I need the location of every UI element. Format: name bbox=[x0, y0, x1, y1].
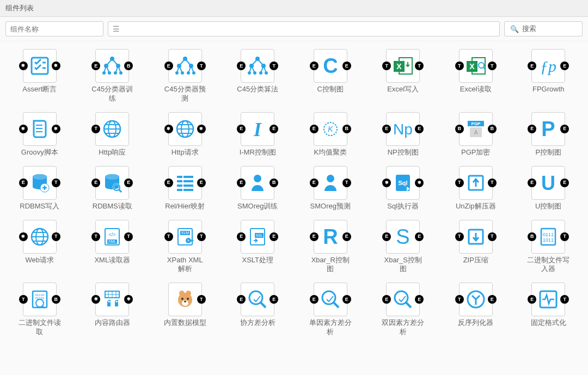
component-fixed-fmt[interactable]: ET固定格式化 bbox=[514, 282, 583, 337]
component-smoreg-t[interactable]: EBSMOreg训练 bbox=[224, 166, 292, 211]
component-sql-exec[interactable]: Sql执行器 bbox=[369, 166, 438, 211]
component-demo[interactable]: T内置数据模型 bbox=[151, 282, 219, 337]
component-xbar-r[interactable]: EEXbar_R控制图 bbox=[296, 220, 365, 274]
port-right: B bbox=[124, 62, 133, 70]
port-left bbox=[164, 125, 173, 133]
component-rdbms-read[interactable]: EERDBMS读取 bbox=[78, 166, 147, 211]
component-imr[interactable]: EEI-MR控制图 bbox=[224, 112, 292, 157]
component-deser[interactable]: TE反序列化器 bbox=[442, 282, 510, 337]
port-right: B bbox=[270, 179, 278, 187]
port-left: E bbox=[310, 179, 318, 187]
component-icon: TT bbox=[459, 49, 493, 83]
component-unzip[interactable]: TTUnZip解压器 bbox=[442, 166, 510, 211]
component-xpath[interactable]: TTXPath XML解析 bbox=[151, 220, 219, 274]
component-c45-algo[interactable]: ETC45分类算法 bbox=[224, 49, 292, 103]
port-right: T bbox=[197, 232, 206, 241]
category-select[interactable]: ☰ bbox=[108, 21, 500, 36]
port-right: B bbox=[342, 125, 351, 133]
port-right: E bbox=[560, 62, 569, 70]
component-bin-write[interactable]: BT二进制文件写入器 bbox=[514, 220, 583, 274]
component-u-chart[interactable]: EEU控制图 bbox=[514, 166, 583, 211]
component-relhier[interactable]: EERel/Hier映射 bbox=[151, 166, 219, 211]
port-right: E bbox=[560, 125, 569, 133]
component-label: UnZip解压器 bbox=[456, 202, 496, 211]
component-icon: EE bbox=[314, 49, 347, 83]
component-icon bbox=[168, 112, 202, 146]
port-right: T bbox=[270, 62, 278, 70]
port-left: E bbox=[237, 295, 246, 304]
component-label: C控制图 bbox=[317, 85, 344, 94]
component-icon: TT bbox=[459, 166, 493, 200]
component-icon: ET bbox=[168, 49, 202, 83]
port-left: B bbox=[528, 232, 536, 241]
component-zip[interactable]: TTZIP压缩 bbox=[442, 220, 510, 274]
component-icon: EE bbox=[241, 112, 274, 146]
component-content-route[interactable]: 内容路由器 bbox=[78, 282, 147, 337]
component-xslt[interactable]: EEXSLT处理 bbox=[224, 220, 292, 274]
component-one-way[interactable]: EE单因素方差分析 bbox=[296, 282, 365, 337]
component-label: 协方差分析 bbox=[240, 318, 275, 328]
component-label: 内容路由器 bbox=[95, 318, 130, 328]
port-left: T bbox=[19, 295, 28, 304]
component-excel-write[interactable]: TTExcel写入 bbox=[369, 49, 438, 103]
port-right: T bbox=[197, 295, 206, 304]
port-right: T bbox=[488, 232, 497, 241]
port-right bbox=[124, 295, 133, 304]
component-excel-read[interactable]: TTExcel读取 bbox=[442, 49, 510, 103]
port-right: E bbox=[342, 295, 351, 304]
search-button[interactable]: 🔍 搜索 bbox=[504, 21, 583, 36]
component-icon: BB bbox=[459, 112, 493, 146]
component-c-chart[interactable]: EEC控制图 bbox=[296, 49, 365, 103]
port-left: E bbox=[91, 62, 100, 70]
component-label: P控制图 bbox=[535, 148, 561, 157]
port-right: T bbox=[124, 232, 133, 241]
component-web-req[interactable]: TWeb请求 bbox=[5, 220, 74, 274]
component-icon: TT bbox=[168, 220, 202, 254]
component-http-resp[interactable]: THttp响应 bbox=[78, 112, 147, 157]
port-right: T bbox=[488, 62, 497, 70]
port-right bbox=[197, 125, 206, 133]
component-smoreg-p[interactable]: ETSMOreg预测 bbox=[296, 166, 365, 211]
port-right: T bbox=[560, 232, 569, 241]
component-pgp[interactable]: BBPGP加密 bbox=[442, 112, 510, 157]
port-right: E bbox=[415, 232, 424, 241]
port-left: T bbox=[91, 125, 100, 133]
port-left: E bbox=[382, 125, 391, 133]
component-label: C45分类器预测 bbox=[164, 85, 206, 103]
component-assert[interactable]: Assert断言 bbox=[5, 49, 74, 103]
port-left: E bbox=[164, 179, 173, 187]
port-left: T bbox=[164, 232, 173, 241]
component-label: NP控制图 bbox=[388, 148, 419, 157]
component-label: 双因素方差分析 bbox=[382, 318, 424, 337]
component-icon bbox=[23, 112, 57, 146]
component-icon: BT bbox=[531, 220, 565, 254]
port-left bbox=[19, 232, 28, 241]
component-label: RDBMS写入 bbox=[20, 202, 59, 211]
component-c45-predict[interactable]: ETC45分类器预测 bbox=[151, 49, 219, 103]
port-right: B bbox=[52, 295, 60, 304]
panel-title: 组件列表 bbox=[0, 0, 588, 17]
component-p-chart[interactable]: EEP控制图 bbox=[514, 112, 583, 157]
component-c45-train[interactable]: EBC45分类器训练 bbox=[78, 49, 147, 103]
port-right: T bbox=[52, 232, 60, 241]
component-kmeans[interactable]: EBK均值聚类 bbox=[296, 112, 365, 157]
component-cov[interactable]: EE协方差分析 bbox=[224, 282, 292, 337]
component-icon: EE bbox=[386, 112, 420, 146]
component-http-req[interactable]: Http请求 bbox=[151, 112, 219, 157]
component-label: Xbar_R控制图 bbox=[309, 256, 352, 274]
component-bin-read[interactable]: TB二进制文件读取 bbox=[5, 282, 74, 337]
component-icon: EB bbox=[95, 49, 129, 83]
component-rdbms-write[interactable]: ETRDBMS写入 bbox=[5, 166, 74, 211]
component-fpgrowth[interactable]: EEFPGrowth bbox=[514, 49, 583, 103]
component-groovy[interactable]: Groovy脚本 bbox=[5, 112, 74, 157]
port-left bbox=[19, 125, 28, 133]
port-right: E bbox=[342, 232, 351, 241]
component-xbar-s[interactable]: EEXbar_S控制图 bbox=[369, 220, 438, 274]
component-xml-read[interactable]: TTXML读取器 bbox=[78, 220, 147, 274]
component-name-input[interactable] bbox=[5, 21, 103, 36]
component-label: 二进制文件读取 bbox=[19, 318, 61, 337]
component-two-way[interactable]: EE双因素方差分析 bbox=[369, 282, 438, 337]
port-right: E bbox=[488, 295, 497, 304]
component-np-chart[interactable]: EENP控制图 bbox=[369, 112, 438, 157]
component-grid: Assert断言EBC45分类器训练ETC45分类器预测ETC45分类算法EEC… bbox=[0, 41, 588, 337]
